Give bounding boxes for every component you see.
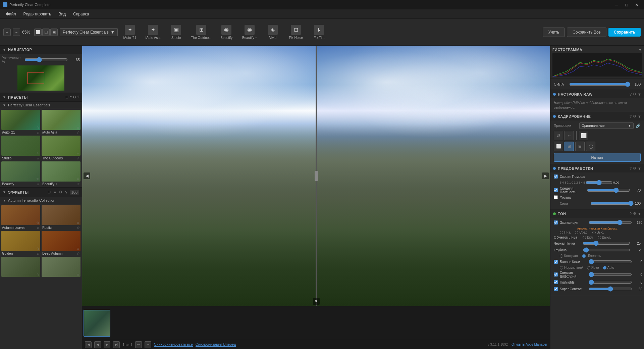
preset-thumb-iauto21[interactable]: ☆ iAuto '21 ☆ xyxy=(1,110,40,134)
crop-start-button[interactable]: Начать xyxy=(554,153,641,162)
menu-view[interactable]: Вид xyxy=(55,10,69,18)
exposure-checkbox[interactable] xyxy=(554,220,558,225)
raw-collapse-icon[interactable]: ▼ xyxy=(638,92,641,96)
preset-beautify[interactable]: ◉ Beautify xyxy=(216,23,237,41)
preset-star-icon[interactable]: ☆ xyxy=(37,182,40,186)
crop-grid-icon[interactable]: ⊟ xyxy=(575,142,585,151)
density-checkbox[interactable] xyxy=(554,188,558,192)
exposure-slider[interactable] xyxy=(586,180,612,185)
effect-star-icon[interactable]: ☆ xyxy=(37,226,40,230)
super-contrast-slider[interactable] xyxy=(589,286,632,292)
effect-star-icon[interactable]: ☆ xyxy=(77,252,80,255)
crop-link-icon[interactable]: 🔗 xyxy=(636,123,641,128)
presets-header[interactable]: ▼ ПРЕСЕТЫ ⊞ ≡ ⚙ ? xyxy=(0,93,82,102)
preset-star-icon[interactable]: ☆ xyxy=(37,156,40,160)
save-button[interactable]: Сохранить xyxy=(608,28,641,37)
save-all-button[interactable]: Сохранить Все xyxy=(567,28,606,37)
radio-clarity[interactable]: Чёткость xyxy=(582,254,601,258)
preset-star-icon[interactable]: ☆ xyxy=(77,131,80,134)
effect-star-icon[interactable]: ☆ xyxy=(37,252,40,255)
rotate-right-button[interactable]: ↪ xyxy=(145,341,151,348)
effect-star-icon[interactable]: ☆ xyxy=(77,226,80,230)
preset-fix-noise[interactable]: ⊡ Fix Noise xyxy=(285,23,307,41)
face-off[interactable]: Выкл. xyxy=(598,236,611,239)
density-slider[interactable] xyxy=(587,188,630,193)
effects-list-view[interactable]: ≡ xyxy=(53,190,57,195)
radio-mid[interactable]: Сред. xyxy=(575,231,588,234)
pp-settings-icon[interactable]: ⚙ xyxy=(633,166,636,170)
crop-landscape-icon[interactable]: ⬜ xyxy=(579,131,588,140)
preset-fix-tint[interactable]: 🌡 Fix Tint xyxy=(308,23,330,41)
canvas-left-arrow[interactable]: ◀ xyxy=(84,172,90,179)
preset-thumb-studio[interactable]: ☆ Studio ☆ xyxy=(1,136,40,160)
highlights-checkbox[interactable] xyxy=(554,280,558,284)
zoom-slider[interactable] xyxy=(24,57,68,62)
raw-settings-icon[interactable]: ⚙ xyxy=(633,92,636,96)
preset-beautify-plus[interactable]: ◉ Beautify + xyxy=(239,23,261,41)
presets-list-view[interactable]: ≡ xyxy=(69,95,71,99)
prev-frame-button[interactable]: ◀ xyxy=(94,341,101,348)
preset-group[interactable]: ▼ Perfectly Clear Essentials xyxy=(0,102,82,108)
ton-header[interactable]: ТОН ? ⚙ ▼ xyxy=(550,209,644,218)
menu-file[interactable]: Файл xyxy=(3,10,19,18)
rotate-left-button[interactable]: ↩ xyxy=(135,341,142,348)
crop-help-icon[interactable]: ? xyxy=(630,114,632,118)
light-diffuse-slider[interactable] xyxy=(589,272,632,277)
last-frame-button[interactable]: ▶| xyxy=(113,341,120,348)
presets-help-icon[interactable]: ? xyxy=(77,95,79,99)
raw-header[interactable]: НАСТРОЙКА RAW ? ⚙ ▼ xyxy=(550,90,644,98)
preset-iauto-asia[interactable]: ✦ iAuto Asia xyxy=(142,23,164,41)
radio-low[interactable]: Низ. xyxy=(560,231,571,234)
effects-help-icon[interactable]: ? xyxy=(64,190,68,195)
light-diffuse-checkbox[interactable] xyxy=(554,272,558,277)
filter-checkbox[interactable] xyxy=(554,195,558,199)
ton-settings-icon[interactable]: ⚙ xyxy=(633,211,636,216)
preset-studio[interactable]: ▣ Studio xyxy=(165,23,187,41)
quick-help-checkbox[interactable] xyxy=(554,174,558,179)
super-contrast-checkbox[interactable] xyxy=(554,287,558,291)
open-apps-button[interactable]: Открыть Apps Manager xyxy=(512,343,547,346)
effect-thumb-deep-autumn[interactable]: ☆ Deep Autumn ☆ xyxy=(42,231,80,255)
skin-normal[interactable]: Нормально/ xyxy=(560,266,583,269)
exposure-main-slider[interactable] xyxy=(589,220,632,225)
effect-thumb-4[interactable]: ☆ xyxy=(42,257,80,278)
preset-thumb-outdoors[interactable]: ☆ The Outdoors ☆ xyxy=(42,136,80,160)
close-button[interactable]: ✕ xyxy=(632,0,641,9)
preset-thumb-beautify2[interactable]: ☆ Beautify + ☆ xyxy=(42,161,80,186)
learn-button[interactable]: Учить xyxy=(543,28,565,37)
preset-thumb-iauto-asia[interactable]: ☆ iAuto Asia ☆ xyxy=(42,110,80,134)
maximize-button[interactable]: □ xyxy=(622,0,631,9)
canvas-right-arrow[interactable]: ▶ xyxy=(542,172,549,179)
next-frame-button[interactable]: ▶ xyxy=(104,341,110,348)
filmstrip-thumb[interactable] xyxy=(84,310,110,337)
proportion-dropdown[interactable]: Оригинальные ▼ xyxy=(579,122,634,129)
effect-thumb-rustic[interactable]: ☆ Rustic ☆ xyxy=(42,205,80,230)
menu-help[interactable]: Справка xyxy=(70,10,92,18)
minimize-button[interactable]: ─ xyxy=(612,0,621,9)
flip-h-icon[interactable]: ↔ xyxy=(565,131,574,140)
crop-no-grid-icon[interactable]: ⬜ xyxy=(554,142,563,151)
highlights-slider[interactable] xyxy=(589,280,632,285)
sync-forward-button[interactable]: Синхронизация Вперед xyxy=(196,342,236,347)
raw-help-icon[interactable]: ? xyxy=(630,92,632,96)
first-frame-button[interactable]: |◀ xyxy=(85,341,92,348)
skin-bright[interactable]: Ярко xyxy=(587,266,599,269)
effects-group[interactable]: ▼ Autumn Terracotta Collection xyxy=(0,197,82,204)
sync-all-button[interactable]: Синхронизировать все xyxy=(154,342,193,347)
preset-vivid[interactable]: ◈ Vivid xyxy=(262,23,284,41)
ton-collapse-icon[interactable]: ▼ xyxy=(638,212,641,216)
skin-auto[interactable]: Auto xyxy=(603,266,614,269)
presets-settings-icon[interactable]: ⚙ xyxy=(73,95,76,99)
preset-thumb-beautify[interactable]: ☆ Beautify ☆ xyxy=(1,161,40,186)
menu-edit[interactable]: Редактировать xyxy=(20,10,55,18)
effect-thumb-golden[interactable]: ☆ Golden ☆ xyxy=(1,231,40,255)
preset-iauto21[interactable]: ✦ iAuto '21 xyxy=(119,23,141,41)
pp-help-icon[interactable]: ? xyxy=(630,166,632,170)
filter-strength-slider[interactable] xyxy=(590,201,634,206)
presets-grid-view[interactable]: ⊞ xyxy=(65,95,68,99)
histogram-dropdown-icon[interactable]: ▼ xyxy=(638,48,642,52)
effect-thumb-autumn[interactable]: ☆ Autumn Leaves ☆ xyxy=(1,205,40,230)
nav-btn-3[interactable]: ▣ xyxy=(50,29,58,36)
crop-header[interactable]: КАДРИРОВАНИЕ ? ⚙ ▼ xyxy=(550,112,644,120)
preset-star-icon[interactable]: ☆ xyxy=(37,131,40,134)
